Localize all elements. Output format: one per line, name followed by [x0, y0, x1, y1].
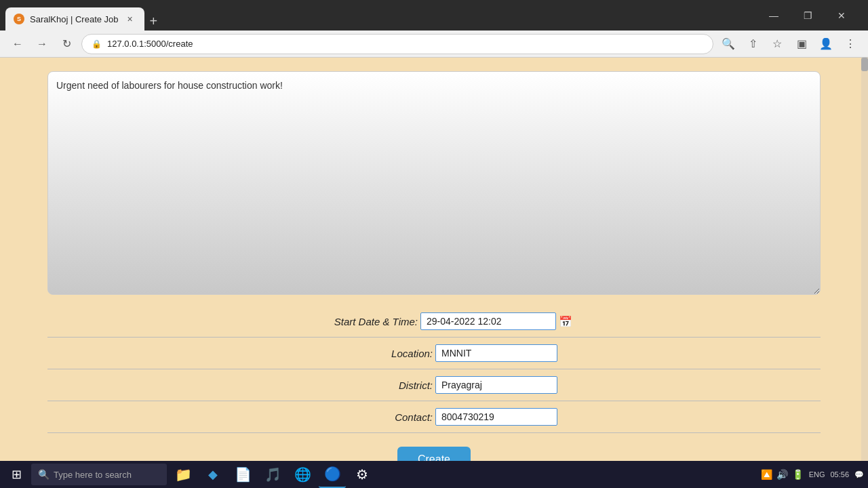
taskbar-system-icons: 🔼 🔊 🔋 [761, 469, 804, 480]
contact-label: Contact: [311, 411, 433, 423]
taskbar-app-media[interactable]: 🎵 [259, 461, 286, 488]
restore-button[interactable]: ❐ [792, 5, 823, 26]
taskbar-right: 🔼 🔊 🔋 ENG 05:56 💬 [761, 469, 864, 480]
textarea-wrapper: Urgent need of labourers for house const… [47, 71, 821, 298]
network-icon: 🔼 [761, 469, 772, 480]
active-tab[interactable]: S SaralKhoj | Create Job × [5, 7, 144, 30]
district-label: District: [311, 380, 433, 391]
create-button[interactable]: Create [397, 447, 471, 461]
location-row: Location: [47, 338, 821, 369]
taskbar: ⊞ 🔍 Type here to search 📁 ◆ 📄 🎵 🌐 🔵 ⚙ 🔼 … [0, 461, 868, 488]
taskbar-app-vs[interactable]: ◆ [199, 461, 226, 488]
browser-titlebar: S SaralKhoj | Create Job × + — ❐ ✕ [0, 0, 868, 30]
taskbar-app-settings[interactable]: ⚙ [349, 461, 376, 488]
start-date-row: Start Date & Time: 📅 [47, 306, 821, 338]
search-button[interactable]: 🔍 [719, 35, 738, 54]
taskbar-search-icon: 🔍 [38, 469, 50, 480]
start-date-input[interactable] [420, 312, 556, 330]
scrollbar-thumb[interactable] [861, 58, 868, 71]
start-button[interactable]: ⊞ [4, 462, 28, 487]
address-text: 127.0.0.1:5000/create [107, 39, 193, 49]
lock-icon: 🔒 [92, 39, 102, 49]
contact-input[interactable] [435, 408, 557, 426]
tab-title: SaralKhoj | Create Job [30, 14, 119, 24]
taskbar-clock[interactable]: 05:56 [830, 470, 849, 479]
page-content: Urgent need of labourers for house const… [0, 58, 868, 461]
notification-icon[interactable]: 💬 [854, 470, 864, 479]
calendar-icon: 📅 [559, 315, 572, 328]
district-row: District: [47, 369, 821, 401]
language-indicator: ENG [809, 470, 825, 479]
browser-actions: 🔍 ⇧ ☆ ▣ 👤 ⋮ [719, 35, 860, 54]
battery-icon: 🔋 [792, 469, 804, 480]
split-view-button[interactable]: ▣ [792, 35, 811, 54]
scrollbar-track[interactable] [861, 58, 868, 461]
menu-button[interactable]: ⋮ [841, 35, 860, 54]
location-input[interactable] [435, 344, 557, 362]
browser-navbar: ← → ↻ 🔒 127.0.0.1:5000/create 🔍 ⇧ ☆ ▣ 👤 … [0, 30, 868, 58]
window-controls: — ❐ ✕ [758, 5, 863, 26]
refresh-button[interactable]: ↻ [57, 35, 76, 54]
new-tab-button[interactable]: + [144, 14, 163, 29]
close-button[interactable]: ✕ [826, 5, 857, 26]
start-date-label: Start Date & Time: [296, 316, 418, 327]
taskbar-search-text: Type here to search [54, 470, 132, 480]
profile-button[interactable]: 👤 [816, 35, 835, 54]
volume-icon: 🔊 [776, 469, 788, 480]
taskbar-app-explorer[interactable]: 📁 [170, 461, 197, 488]
minimize-button[interactable]: — [758, 5, 789, 26]
taskbar-search[interactable]: 🔍 Type here to search [31, 464, 167, 485]
forward-button[interactable]: → [33, 35, 52, 54]
district-input[interactable] [435, 376, 557, 394]
taskbar-app-file[interactable]: 📄 [229, 461, 256, 488]
tab-favicon: S [14, 14, 24, 24]
create-btn-row: Create [47, 433, 821, 461]
job-description-textarea[interactable]: Urgent need of labourers for house const… [47, 71, 821, 295]
contact-row: Contact: [47, 401, 821, 433]
taskbar-time-value: 05:56 [830, 470, 849, 479]
location-label: Location: [311, 348, 433, 359]
share-button[interactable]: ⇧ [743, 35, 762, 54]
tab-close-button[interactable]: × [124, 13, 136, 25]
form-container: Urgent need of labourers for house const… [47, 64, 821, 461]
taskbar-app-edge[interactable]: 🌐 [289, 461, 316, 488]
back-button[interactable]: ← [8, 35, 27, 54]
address-bar[interactable]: 🔒 127.0.0.1:5000/create [81, 34, 713, 54]
taskbar-app-chrome[interactable]: 🔵 [319, 461, 346, 488]
tab-bar: S SaralKhoj | Create Job × + [5, 0, 754, 30]
bookmark-button[interactable]: ☆ [768, 35, 787, 54]
